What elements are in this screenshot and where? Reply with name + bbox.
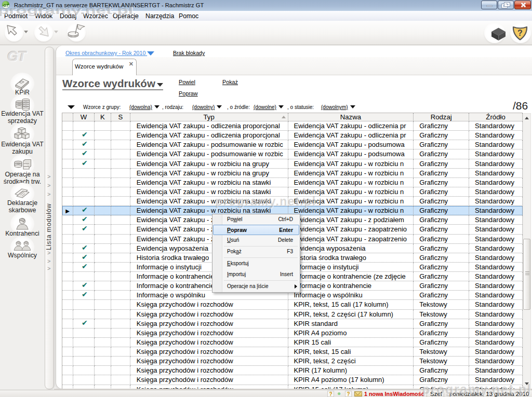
- svg-text:?: ?: [517, 29, 523, 37]
